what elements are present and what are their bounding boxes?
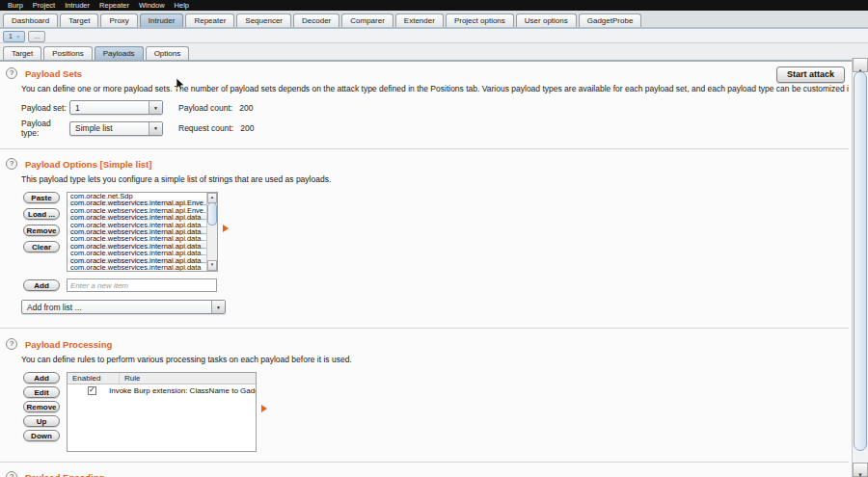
list-item[interactable]: com.oracle.webservices.internal.api.data…: [68, 214, 207, 221]
list-scrollbar[interactable]: [206, 193, 217, 271]
payload-count-label: Payload count:: [178, 103, 232, 113]
add-button[interactable]: Add: [23, 279, 60, 291]
list-item[interactable]: com.oracle.webservices.internal.api.data…: [68, 235, 207, 242]
section-title: Payload Encoding: [25, 472, 104, 477]
burp-suite-window: Burp Project Intruder Repeater Window He…: [0, 0, 868, 477]
start-attack-button[interactable]: Start attack: [776, 66, 845, 83]
tab-decoder[interactable]: Decoder: [293, 13, 339, 27]
subtab-options[interactable]: Options: [146, 46, 190, 60]
tab-repeater[interactable]: Repeater: [185, 13, 234, 27]
chevron-down-icon[interactable]: [149, 101, 162, 114]
enabled-column-header[interactable]: Enabled: [68, 373, 120, 384]
request-count-value: 200: [240, 123, 254, 133]
remove-button[interactable]: Remove: [23, 225, 60, 236]
tab-attack-more[interactable]: ...: [28, 31, 45, 42]
menu-repeater[interactable]: Repeater: [95, 0, 134, 11]
resize-marker-icon: [261, 405, 267, 412]
menu-burp[interactable]: Burp: [3, 0, 28, 11]
tab-target[interactable]: Target: [60, 13, 98, 27]
chevron-down-icon[interactable]: [211, 301, 225, 313]
section-divider: [0, 148, 849, 149]
subtab-payloads[interactable]: Payloads: [95, 46, 144, 60]
payload-set-value: 1: [75, 103, 80, 113]
list-item[interactable]: com.oracle.webservices.internal.api.data: [68, 264, 207, 271]
up-button[interactable]: Up: [23, 415, 60, 427]
mouse-cursor: [176, 78, 185, 91]
list-item[interactable]: com.oracle.webservices.internal.api.data…: [68, 243, 207, 250]
payload-sets-header: ? Payload Sets: [6, 67, 868, 79]
remove-rule-button[interactable]: Remove: [23, 401, 60, 412]
menu-window[interactable]: Window: [134, 0, 170, 11]
tab-comparer[interactable]: Comparer: [341, 13, 393, 27]
payload-type-dropdown[interactable]: Simple list: [69, 121, 163, 136]
payload-count-value: 200: [239, 103, 253, 113]
tab-attack-1[interactable]: 1×: [3, 31, 25, 42]
processing-buttons: Add Edit Remove Up Down: [23, 372, 60, 444]
payload-list-items: com.oracle.net.Sdp com.oracle.webservice…: [68, 193, 207, 271]
subtab-positions[interactable]: Positions: [43, 46, 92, 60]
tab-extender[interactable]: Extender: [395, 13, 444, 27]
payload-processing-description: You can define rules to perform various …: [21, 355, 849, 364]
payload-options-header: ? Payload Options [Simple list]: [6, 158, 868, 170]
clear-button[interactable]: Clear: [23, 241, 60, 252]
menu-intruder[interactable]: Intruder: [60, 0, 95, 11]
new-item-input[interactable]: [67, 278, 217, 292]
payload-list-buttons: Paste Load ... Remove Clear: [23, 192, 60, 257]
payload-type-row: Payload type: Simple list Request count:…: [21, 119, 868, 138]
section-title: Payload Sets: [25, 68, 82, 79]
list-item[interactable]: com.oracle.webservices.internal.api.data…: [68, 257, 207, 264]
tab-intruder[interactable]: Intruder: [140, 13, 184, 27]
scroll-down-icon[interactable]: [207, 260, 217, 271]
scrollbar-thumb[interactable]: [207, 202, 217, 225]
rule-column-header[interactable]: Rule: [120, 373, 140, 384]
payload-set-label: Payload set:: [21, 103, 69, 113]
scroll-up-icon[interactable]: [853, 58, 868, 72]
add-rule-button[interactable]: Add: [23, 372, 60, 384]
scrollbar-thumb[interactable]: [854, 71, 867, 451]
tab-project-options[interactable]: Project options: [446, 13, 514, 27]
menu-project[interactable]: Project: [28, 0, 60, 11]
tab-proxy[interactable]: Proxy: [100, 13, 137, 27]
help-icon[interactable]: ?: [6, 471, 17, 477]
chevron-down-icon[interactable]: [149, 122, 162, 135]
list-item[interactable]: com.oracle.net.Sdp: [68, 193, 207, 199]
edit-rule-button[interactable]: Edit: [23, 386, 60, 398]
payload-set-dropdown[interactable]: 1: [69, 100, 163, 115]
table-row[interactable]: Invoke Burp extension: ClassName to Gadg…: [68, 384, 256, 396]
tab-dashboard[interactable]: Dashboard: [3, 13, 58, 27]
tab-user-options[interactable]: User options: [516, 13, 577, 27]
close-icon[interactable]: ×: [16, 34, 20, 40]
list-item[interactable]: com.oracle.webservices.internal.api.data…: [68, 222, 207, 228]
list-item[interactable]: com.oracle.webservices.internal.api.data…: [68, 250, 207, 256]
payload-type-label: Payload type:: [21, 119, 69, 138]
list-item[interactable]: com.oracle.webservices.internal.api.data…: [68, 228, 207, 235]
payload-list[interactable]: com.oracle.net.Sdp com.oracle.webservice…: [67, 192, 218, 272]
payloads-panel: Start attack ? Payload Sets You can defi…: [0, 62, 868, 477]
tab-gadgetprobe[interactable]: GadgetProbe: [579, 13, 642, 27]
add-from-list-dropdown[interactable]: Add from list ...: [21, 300, 226, 314]
processing-rules-area: Add Edit Remove Up Down Enabled Rule Inv…: [23, 372, 868, 452]
subtab-target[interactable]: Target: [3, 46, 41, 60]
section-divider: [0, 462, 849, 463]
main-tabbar: Dashboard Target Proxy Intruder Repeater…: [0, 11, 868, 29]
section-title: Payload Options [Simple list]: [25, 159, 151, 170]
help-icon[interactable]: ?: [6, 338, 17, 350]
help-icon[interactable]: ?: [6, 158, 17, 170]
down-button[interactable]: Down: [23, 430, 60, 441]
resize-marker-icon: [223, 225, 229, 232]
vertical-scrollbar[interactable]: [852, 58, 868, 477]
paste-button[interactable]: Paste: [23, 192, 60, 203]
attack-tab-label: 1: [9, 33, 13, 40]
scroll-down-icon[interactable]: [853, 463, 868, 477]
processing-rules-table[interactable]: Enabled Rule Invoke Burp extension: Clas…: [67, 372, 257, 452]
tab-sequencer[interactable]: Sequencer: [236, 13, 291, 27]
menu-help[interactable]: Help: [170, 0, 194, 11]
help-icon[interactable]: ?: [6, 67, 17, 79]
intruder-subtabbar: Target Positions Payloads Options: [0, 43, 868, 62]
enabled-checkbox[interactable]: [88, 386, 96, 395]
list-item[interactable]: com.oracle.webservices.internal.api.Enve…: [68, 207, 207, 214]
list-item[interactable]: com.oracle.webservices.internal.api.Enve…: [68, 199, 207, 206]
request-count-label: Request count:: [178, 123, 233, 133]
load-button[interactable]: Load ...: [23, 208, 60, 220]
add-from-list-label: Add from list ...: [27, 303, 82, 312]
